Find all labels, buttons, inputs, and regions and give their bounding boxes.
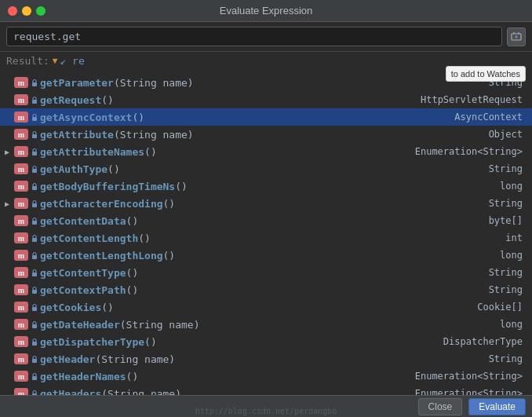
svg-rect-20 <box>32 342 37 346</box>
method-icon: m <box>14 129 28 140</box>
method-icon: m <box>14 336 28 347</box>
method-bold: getContextPath <box>40 284 126 296</box>
method-name: getContentType() <box>40 267 489 279</box>
method-args: () <box>144 336 157 348</box>
list-item[interactable]: mgetHeader(String name)String <box>0 350 532 368</box>
method-name: getAuthType() <box>40 163 489 175</box>
svg-rect-10 <box>32 169 37 173</box>
method-icon: m <box>14 77 28 88</box>
method-args: () <box>101 302 114 313</box>
method-bold: getHeaders <box>40 388 101 396</box>
method-icon: m <box>14 232 28 243</box>
method-name: getHeader(String name) <box>40 353 489 365</box>
method-args: () <box>126 284 139 296</box>
lock-icon <box>30 217 39 225</box>
method-icon: m <box>14 319 28 330</box>
list-item[interactable]: mgetBodyBufferingTimeNs()long <box>0 177 532 195</box>
list-item[interactable]: mgetContentLength()int <box>0 229 532 247</box>
return-type: long <box>500 319 529 330</box>
method-icon: m <box>14 94 28 105</box>
method-bold: getContentLengthLong <box>40 250 163 262</box>
lock-icon <box>30 320 39 328</box>
lock-icon <box>30 286 39 294</box>
method-icon: m <box>14 146 28 157</box>
expression-input[interactable] <box>6 27 502 46</box>
lock-icon <box>30 338 39 346</box>
list-item[interactable]: mgetAttribute(String name)Object <box>0 126 532 143</box>
return-type: long <box>500 181 529 192</box>
method-bold: getBodyBufferingTimeNs <box>40 181 175 192</box>
list-item[interactable]: mgetAsyncContext()AsyncContext <box>0 108 532 126</box>
method-args: () <box>101 94 114 106</box>
method-args: () <box>175 181 188 192</box>
svg-rect-12 <box>32 203 37 207</box>
list-item[interactable]: mgetContentData()byte[] <box>0 212 532 229</box>
method-name: getDateHeader(String name) <box>40 319 500 331</box>
method-name: getDispatcherType() <box>40 336 443 348</box>
return-type: Enumeration<String> <box>415 146 529 157</box>
expand-arrow-icon[interactable]: ▶ <box>0 148 14 156</box>
list-item[interactable]: mgetAuthType()String <box>0 160 532 177</box>
result-value: ↙ re <box>60 55 84 67</box>
list-item[interactable]: mgetCookies()Cookie[] <box>0 298 532 316</box>
list-item[interactable]: mgetContextPath()String <box>0 281 532 298</box>
list-item[interactable]: mgetRequest()HttpServletRequest <box>0 91 532 108</box>
method-args: () <box>126 371 139 382</box>
method-icon: m <box>14 353 28 364</box>
evaluate-button[interactable]: Evaluate <box>468 398 526 415</box>
list-item[interactable]: mgetContentType()String <box>0 264 532 281</box>
svg-rect-19 <box>32 324 37 328</box>
lock-icon <box>30 251 39 259</box>
lock-icon <box>30 390 39 395</box>
traffic-lights <box>8 6 46 16</box>
method-args: () <box>138 232 151 244</box>
result-icon: ▼ <box>53 56 58 66</box>
expand-arrow-icon[interactable]: ▶ <box>0 199 14 208</box>
method-icon: m <box>14 250 28 261</box>
watches-icon <box>511 31 522 42</box>
method-bold: getDateHeader <box>40 319 120 331</box>
return-type: int <box>505 232 529 243</box>
method-args: (String name) <box>114 129 194 141</box>
list-item[interactable]: mgetDateHeader(String name)long <box>0 316 532 333</box>
method-name: getAttribute(String name) <box>40 129 489 141</box>
lock-icon <box>30 130 39 138</box>
svg-rect-5 <box>32 82 37 86</box>
method-bold: getContentData <box>40 215 126 227</box>
list-item[interactable]: ▶mgetCharacterEncoding()String <box>0 195 532 212</box>
svg-rect-16 <box>32 273 37 276</box>
list-item[interactable]: mgetContentLengthLong()long <box>0 247 532 264</box>
svg-rect-14 <box>32 238 37 242</box>
lock-icon <box>30 234 39 242</box>
lock-icon <box>30 148 39 155</box>
list-item[interactable]: mgetDispatcherType()DispatcherType <box>0 333 532 350</box>
svg-rect-13 <box>32 221 37 225</box>
lock-icon <box>30 79 39 86</box>
method-args: () <box>163 250 176 262</box>
list-item[interactable]: ▶mgetAttributeNames()Enumeration<String> <box>0 143 532 160</box>
add-to-watches-button[interactable] <box>507 27 526 46</box>
minimize-traffic-light[interactable] <box>22 6 31 16</box>
list-item[interactable]: mgetHeaderNames()Enumeration<String> <box>0 368 532 385</box>
method-bold: getRequest <box>40 94 101 106</box>
return-type: AsyncContext <box>454 112 529 123</box>
return-type: Enumeration<String> <box>415 388 529 395</box>
completion-list[interactable]: mgetParameter(String name)StringmgetRequ… <box>0 74 532 395</box>
method-icon: m <box>14 267 28 278</box>
close-button[interactable]: Close <box>418 398 463 415</box>
close-traffic-light[interactable] <box>8 6 17 16</box>
lock-icon <box>30 269 39 276</box>
svg-rect-7 <box>32 117 37 121</box>
list-item[interactable]: mgetHeaders(String name)Enumeration<Stri… <box>0 385 532 395</box>
method-bold: getContentType <box>40 267 126 279</box>
watermark: http://blog.csdn.net/perdangbo <box>195 407 337 415</box>
method-icon: m <box>14 215 28 226</box>
lock-icon <box>30 182 39 190</box>
maximize-traffic-light[interactable] <box>36 6 46 16</box>
window-title: Evaluate Expression <box>220 5 313 16</box>
svg-rect-8 <box>32 134 37 138</box>
svg-rect-22 <box>32 376 37 380</box>
method-args: (String name) <box>114 77 194 89</box>
method-name: getContentLength() <box>40 232 505 244</box>
title-bar: Evaluate Expression <box>0 0 532 22</box>
